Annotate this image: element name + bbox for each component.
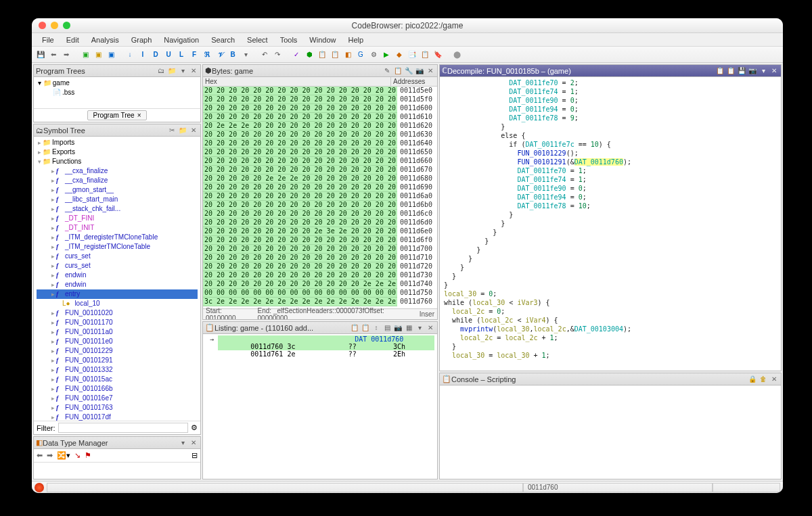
run-icon[interactable]: ▶ [380,49,392,61]
close-icon[interactable]: ✕ [189,438,198,448]
byte-row[interactable]: 20 20 20 20 20 20 20 20 20 20 20 20 20 2… [203,210,437,218]
function-item[interactable]: ▸ f endwin [37,280,198,289]
close-icon[interactable]: ✕ [426,323,435,333]
tb-icon[interactable]: ▣ [105,49,117,61]
cut-icon[interactable]: ✂ [167,126,177,135]
tb-L[interactable]: L [175,49,187,61]
function-item[interactable]: ▸ f _ITM_deregisterTMCloneTable [37,233,198,242]
tb-B[interactable]: B [227,49,239,61]
tree-group[interactable]: ▸ 📁 Imports [37,138,198,147]
save-button[interactable]: 💾 [35,49,47,61]
byte-row[interactable]: 20 20 20 20 20 20 20 20 20 20 20 20 20 2… [203,95,437,104]
byte-row[interactable]: 3c 2e 2e 2e 2e 2e 2e 2e 2e 2e 2e 2e 2e 2… [203,298,437,306]
folder-icon[interactable]: 📁 [167,66,177,76]
lock-icon[interactable]: 🔒 [748,375,757,384]
copy-icon[interactable]: 📋 [393,66,403,76]
copy-icon[interactable]: 📋 [726,66,736,76]
byte-row[interactable]: 20 20 20 20 20 20 20 20 20 20 20 20 20 2… [203,104,437,113]
camera-icon[interactable]: 📷 [415,66,424,76]
binary-icon[interactable]: ⬢ [303,49,315,61]
tb-D[interactable]: D [150,49,162,61]
tb-R[interactable]: ℜ [201,49,213,61]
tree-group[interactable]: ▾ 📁 Functions [37,157,198,166]
close-icon[interactable]: ✕ [769,375,779,384]
byte-row[interactable]: 20 20 20 20 20 20 20 20 20 20 20 20 20 2… [203,148,437,157]
camera-icon[interactable]: 📷 [748,66,757,76]
tb-V[interactable]: 𝒱 [214,49,226,61]
back-button[interactable]: ⬅ [47,49,60,61]
byte-row[interactable]: 20 20 20 20 20 20 20 20 20 20 20 20 20 2… [203,139,437,148]
byte-row[interactable]: 00 00 00 00 00 00 00 00 00 00 00 00 00 0… [203,289,437,298]
menu-tools[interactable]: Tools [274,34,304,45]
function-item[interactable]: ▸ f _DT_FINI [37,214,198,223]
function-item[interactable]: ▸ f FUN_00101020 [37,308,198,318]
menu-icon[interactable]: ▾ [178,438,187,448]
copy-icon[interactable]: 📋 [350,323,359,333]
tree-icon[interactable]: 🗂 [156,66,166,76]
menu-navigation[interactable]: Navigation [158,34,205,45]
tree-icon[interactable]: 🔀▾ [57,451,70,460]
function-item[interactable]: ▸ f __cxa_finalize [37,166,198,176]
tree-item[interactable]: 📄 .bss [37,88,198,97]
copy-icon[interactable]: 📋 [361,323,370,333]
function-item[interactable]: ▸ f _ITM_registerTMCloneTable [37,242,198,252]
tb-icon[interactable]: 📋 [419,49,431,61]
function-item[interactable]: ▸ f FUN_001016e7 [37,394,198,403]
function-item[interactable]: ▸ f FUN_001011a0 [37,327,198,337]
tb-icon[interactable]: 📋 [316,49,328,61]
tb-icon[interactable]: ▣ [79,49,91,61]
function-item[interactable]: ▸ f FUN_00101229 [37,346,198,356]
undo-icon[interactable]: ↶ [258,49,271,61]
byte-row[interactable]: 20 20 20 20 20 20 20 20 20 2e 3e 2e 20 2… [203,227,437,236]
script-icon[interactable]: ◆ [393,49,405,61]
menu-file[interactable]: File [36,34,60,45]
clear-icon[interactable]: 🗑 [759,375,768,384]
tree-group[interactable]: ▸ 📁 Exports [37,147,198,157]
listing-body[interactable]: → DAT_0011d760 0011d760 3c ?? 3Ch 0011d7… [203,334,437,479]
menu-window[interactable]: Window [303,34,342,45]
function-item[interactable]: ▸ f entry [37,289,198,299]
function-item[interactable]: ▸ f FUN_00101763 [37,403,198,413]
function-item[interactable]: ▸ f __libc_start_main [37,195,198,204]
function-item[interactable]: ▸ f __stack_chk_fail... [37,204,198,214]
byte-row[interactable]: 20 20 20 20 20 2e 2e 2e 20 20 20 20 20 2… [203,174,437,183]
byte-row[interactable]: 20 20 20 20 20 20 20 20 20 20 20 20 20 2… [203,183,437,192]
diff-icon[interactable]: ▤ [382,323,392,333]
function-item[interactable]: ▸ f curs_set [37,252,198,261]
field-icon[interactable]: ▦ [404,323,413,333]
maximize-icon[interactable] [63,22,70,29]
check-icon[interactable]: ✓ [290,49,302,61]
nav-down-icon[interactable]: ↓ [124,49,136,61]
menu-search[interactable]: Search [205,34,241,45]
function-item[interactable]: ▸ f FUN_00101170 [37,318,198,327]
byte-row[interactable]: 20 20 20 20 20 20 20 20 20 20 20 20 20 2… [203,218,437,227]
tb-icon[interactable]: G [355,49,367,61]
byte-row[interactable]: 20 2e 2e 2e 20 20 20 20 20 20 20 20 20 2… [203,122,437,131]
byte-row[interactable]: 20 20 20 20 20 20 20 20 20 20 20 20 20 2… [203,113,437,122]
tb-icon[interactable]: ⚙ [367,49,380,61]
byte-row[interactable]: 20 20 20 20 20 20 20 20 20 20 20 20 20 2… [203,87,437,95]
bytes-body[interactable]: 20 20 20 20 20 20 20 20 20 20 20 20 20 2… [203,87,437,308]
filter-settings-icon[interactable]: ⚙ [191,423,198,432]
tb-icon[interactable]: 📋 [329,49,341,61]
folder-icon[interactable]: 📁 [178,126,187,135]
tree-root[interactable]: ▾ 📁 game [37,78,198,88]
function-item[interactable]: ▸ f __gmon_start__ [37,185,198,195]
menu-select[interactable]: Select [241,34,274,45]
tb-icon[interactable]: 📑 [406,49,418,61]
function-item[interactable]: ▸ f _DT_INIT [37,223,198,233]
back-icon[interactable]: ⬅ [37,451,43,460]
flag-icon[interactable]: ⚑ [85,451,91,460]
byte-row[interactable]: 20 20 20 20 20 20 20 20 20 20 20 20 20 2… [203,280,437,289]
bookmark-icon[interactable]: 🔖 [432,49,444,61]
tb-F[interactable]: F [188,49,200,61]
function-item[interactable]: ▸ f FUN_001017df [37,413,198,421]
close-icon[interactable]: ✕ [189,126,198,135]
tb-I[interactable]: I [137,49,149,61]
filter-input[interactable] [58,423,189,433]
collapse-icon[interactable]: ⊟ [191,451,198,460]
console-body[interactable] [440,385,781,479]
byte-row[interactable]: 20 20 20 20 20 20 20 20 20 20 20 20 20 2… [203,131,437,139]
byte-row[interactable]: 20 20 20 20 20 20 20 20 20 20 20 20 20 2… [203,236,437,245]
byte-row[interactable]: 20 20 20 20 20 20 20 20 20 20 20 20 20 2… [203,245,437,254]
